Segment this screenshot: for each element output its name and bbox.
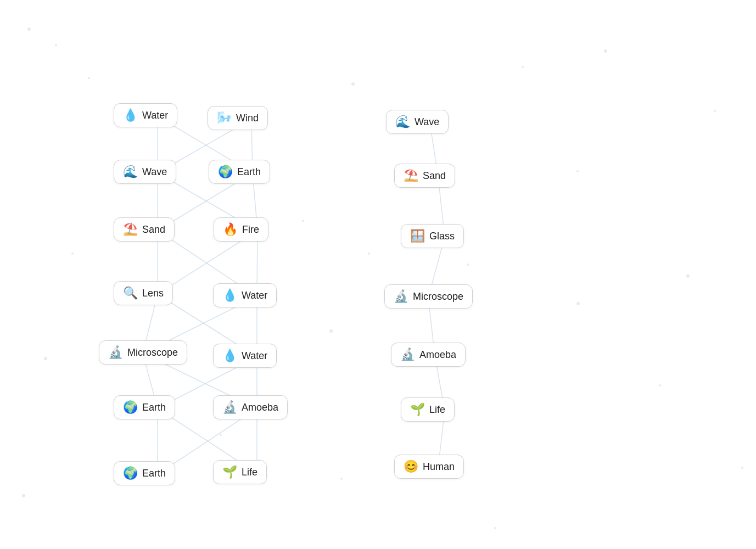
element-icon-water2: 💧 bbox=[222, 289, 237, 301]
element-card-water3[interactable]: 💧Water bbox=[213, 344, 277, 368]
element-icon-life2: 🌱 bbox=[410, 404, 425, 416]
element-card-amoeba2[interactable]: 🔬Amoeba bbox=[391, 343, 466, 367]
element-card-water2[interactable]: 💧Water bbox=[213, 283, 277, 307]
element-icon-amoeba2: 🔬 bbox=[400, 349, 415, 361]
element-card-microscope1[interactable]: 🔬Microscope bbox=[99, 340, 187, 365]
element-icon-microscope1: 🔬 bbox=[108, 346, 123, 358]
element-card-sand2[interactable]: ⛱️Sand bbox=[394, 164, 455, 188]
element-icon-amoeba1: 🔬 bbox=[222, 401, 237, 413]
element-card-water1[interactable]: 💧Water bbox=[114, 103, 177, 127]
element-icon-water3: 💧 bbox=[222, 350, 237, 362]
element-icon-wind1: 🌬️ bbox=[217, 112, 232, 124]
element-card-sand1[interactable]: ⛱️Sand bbox=[114, 217, 175, 242]
element-label-life1: Life bbox=[242, 467, 257, 478]
element-label-amoeba1: Amoeba bbox=[242, 402, 278, 413]
element-icon-fire1: 🔥 bbox=[223, 223, 238, 236]
element-label-wave1: Wave bbox=[142, 166, 167, 178]
element-label-earth3: Earth bbox=[142, 468, 166, 479]
element-icon-lens1: 🔍 bbox=[123, 287, 138, 299]
element-label-lens1: Lens bbox=[142, 288, 164, 299]
element-card-earth3[interactable]: 🌍Earth bbox=[114, 461, 175, 485]
element-label-sand1: Sand bbox=[142, 224, 165, 236]
element-card-wind1[interactable]: 🌬️Wind bbox=[208, 106, 268, 130]
element-icon-microscope2: 🔬 bbox=[394, 290, 408, 302]
element-icon-earth2: 🌍 bbox=[123, 401, 138, 413]
element-card-human1[interactable]: 😊Human bbox=[394, 455, 464, 479]
element-label-life2: Life bbox=[429, 404, 445, 416]
element-card-life1[interactable]: 🌱Life bbox=[213, 460, 267, 484]
element-icon-life1: 🌱 bbox=[222, 466, 237, 478]
element-label-microscope1: Microscope bbox=[127, 347, 178, 358]
element-label-microscope2: Microscope bbox=[413, 291, 463, 302]
element-icon-water1: 💧 bbox=[123, 109, 138, 121]
element-label-fire1: Fire bbox=[242, 224, 259, 236]
element-icon-earth3: 🌍 bbox=[123, 467, 138, 479]
element-card-glass1[interactable]: 🪟Glass bbox=[401, 224, 464, 248]
element-card-fire1[interactable]: 🔥Fire bbox=[214, 217, 268, 242]
element-card-earth1[interactable]: 🌍Earth bbox=[209, 160, 270, 184]
element-card-lens1[interactable]: 🔍Lens bbox=[114, 281, 173, 305]
element-label-amoeba2: Amoeba bbox=[419, 349, 456, 361]
element-card-life2[interactable]: 🌱Life bbox=[401, 397, 455, 422]
element-label-wave2: Wave bbox=[415, 116, 439, 128]
element-label-earth2: Earth bbox=[142, 402, 166, 413]
element-card-microscope2[interactable]: 🔬Microscope bbox=[384, 284, 473, 309]
element-label-water2: Water bbox=[242, 290, 267, 301]
element-icon-sand2: ⛱️ bbox=[404, 170, 418, 182]
element-label-glass1: Glass bbox=[429, 231, 455, 242]
element-icon-glass1: 🪟 bbox=[410, 230, 425, 242]
element-label-water1: Water bbox=[142, 110, 168, 121]
element-card-earth2[interactable]: 🌍Earth bbox=[114, 395, 175, 419]
element-icon-wave2: 🌊 bbox=[395, 116, 410, 128]
element-label-wind1: Wind bbox=[236, 113, 259, 124]
element-label-sand2: Sand bbox=[423, 170, 446, 182]
element-card-amoeba1[interactable]: 🔬Amoeba bbox=[213, 395, 288, 419]
element-icon-earth1: 🌍 bbox=[218, 166, 233, 178]
craft-canvas: 💧Water🌬️Wind🌊Wave🌊Wave🌍Earth⛱️Sand⛱️Sand… bbox=[0, 0, 756, 549]
element-label-earth1: Earth bbox=[237, 166, 261, 178]
element-card-wave1[interactable]: 🌊Wave bbox=[114, 160, 176, 184]
element-icon-sand1: ⛱️ bbox=[123, 223, 138, 236]
element-icon-wave1: 🌊 bbox=[123, 166, 138, 178]
element-card-wave2[interactable]: 🌊Wave bbox=[386, 110, 449, 134]
element-label-human1: Human bbox=[423, 461, 455, 473]
element-icon-human1: 😊 bbox=[404, 461, 418, 473]
element-label-water3: Water bbox=[242, 350, 267, 362]
